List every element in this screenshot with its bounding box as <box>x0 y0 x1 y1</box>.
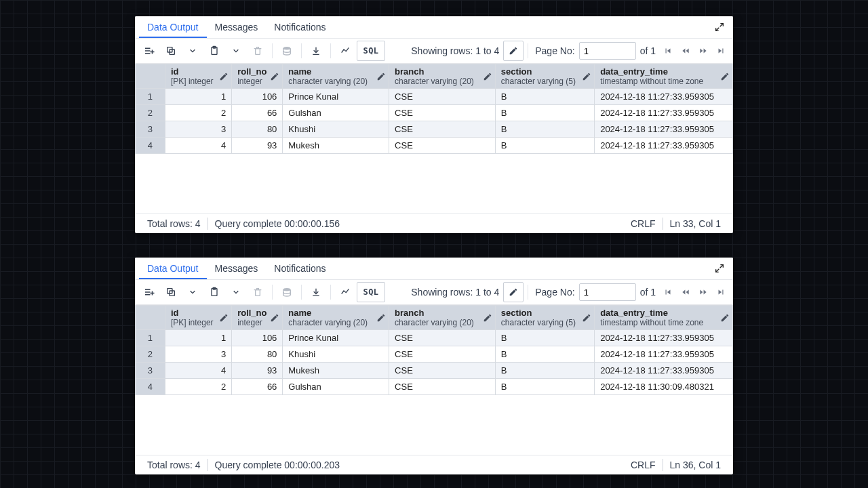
copy-menu-button[interactable] <box>182 41 203 61</box>
first-page-button[interactable] <box>660 282 676 302</box>
next-page-button[interactable] <box>695 41 711 61</box>
cell-id[interactable]: 3 <box>165 121 231 138</box>
cell-section[interactable]: B <box>495 121 594 138</box>
pencil-icon[interactable] <box>720 313 730 323</box>
column-header-id[interactable]: id[PK] integer <box>165 64 231 89</box>
tab-data-output[interactable]: Data Output <box>139 18 207 38</box>
column-header-section[interactable]: sectioncharacter varying (5) <box>495 306 594 330</box>
expand-icon[interactable] <box>710 18 729 37</box>
cell-name[interactable]: Prince Kunal <box>283 330 389 346</box>
pencil-icon[interactable] <box>270 72 279 81</box>
cell-roll_no[interactable]: 80 <box>232 346 283 363</box>
next-page-button[interactable] <box>695 282 711 302</box>
column-header-branch[interactable]: branchcharacter varying (20) <box>389 64 496 89</box>
cell-section[interactable]: B <box>495 105 594 121</box>
pencil-icon[interactable] <box>219 72 229 81</box>
cell-name[interactable]: Mukesh <box>283 138 389 154</box>
cell-branch[interactable]: CSE <box>389 346 496 363</box>
paste-menu-button[interactable] <box>226 41 246 61</box>
page-number-input[interactable] <box>579 42 636 60</box>
column-header-name[interactable]: namecharacter varying (20) <box>283 306 389 330</box>
pencil-icon[interactable] <box>720 72 730 81</box>
cell-data_entry_time[interactable]: 2024-12-18 11:30:09.480321 <box>595 379 733 395</box>
cell-branch[interactable]: CSE <box>389 105 496 121</box>
download-button[interactable] <box>306 41 326 61</box>
cell-id[interactable]: 1 <box>165 330 231 346</box>
delete-row-button[interactable] <box>248 282 268 302</box>
cell-section[interactable]: B <box>495 363 594 379</box>
add-row-button[interactable] <box>139 282 159 302</box>
table-row[interactable]: 3493MukeshCSEB2024-12-18 11:27:33.959305 <box>136 363 733 379</box>
cell-id[interactable]: 3 <box>165 346 231 363</box>
pencil-icon[interactable] <box>582 313 591 323</box>
column-header-roll_no[interactable]: roll_nointeger <box>232 306 283 330</box>
pencil-icon[interactable] <box>270 313 279 323</box>
cell-name[interactable]: Mukesh <box>283 363 389 379</box>
tab-data-output[interactable]: Data Output <box>139 259 207 279</box>
cell-data_entry_time[interactable]: 2024-12-18 11:27:33.959305 <box>595 105 733 121</box>
cell-roll_no[interactable]: 106 <box>232 89 283 105</box>
cell-name[interactable]: Gulshan <box>283 105 389 121</box>
table-row[interactable]: 4493MukeshCSEB2024-12-18 11:27:33.959305 <box>136 138 733 154</box>
cell-roll_no[interactable]: 80 <box>232 121 283 138</box>
tab-notifications[interactable]: Notifications <box>266 18 334 37</box>
cell-section[interactable]: B <box>495 346 594 363</box>
sql-button[interactable]: SQL <box>357 41 385 61</box>
tab-notifications[interactable]: Notifications <box>266 259 334 278</box>
paste-button[interactable] <box>204 41 224 61</box>
cell-branch[interactable]: CSE <box>389 363 496 379</box>
cell-data_entry_time[interactable]: 2024-12-18 11:27:33.959305 <box>595 89 733 105</box>
cell-roll_no[interactable]: 66 <box>232 379 283 395</box>
copy-menu-button[interactable] <box>182 282 203 302</box>
column-header-branch[interactable]: branchcharacter varying (20) <box>389 306 496 330</box>
cell-data_entry_time[interactable]: 2024-12-18 11:27:33.959305 <box>595 363 733 379</box>
cell-name[interactable]: Gulshan <box>283 379 389 395</box>
cell-section[interactable]: B <box>495 89 594 105</box>
cell-roll_no[interactable]: 93 <box>232 363 283 379</box>
table-row[interactable]: 11106Prince KunalCSEB2024-12-18 11:27:33… <box>136 89 733 105</box>
download-button[interactable] <box>306 282 326 302</box>
pencil-icon[interactable] <box>483 313 492 323</box>
column-header-roll_no[interactable]: roll_nointeger <box>232 64 283 89</box>
pencil-icon[interactable] <box>376 72 386 81</box>
cell-roll_no[interactable]: 106 <box>232 330 283 346</box>
edit-range-button[interactable] <box>503 41 524 61</box>
last-page-button[interactable] <box>713 282 729 302</box>
cell-id[interactable]: 4 <box>165 363 231 379</box>
cell-section[interactable]: B <box>495 330 594 346</box>
table-row[interactable]: 2266GulshanCSEB2024-12-18 11:27:33.95930… <box>136 105 733 121</box>
cell-name[interactable]: Prince Kunal <box>283 89 389 105</box>
cell-id[interactable]: 4 <box>165 138 231 154</box>
expand-icon[interactable] <box>710 259 729 278</box>
pencil-icon[interactable] <box>483 72 492 81</box>
prev-page-button[interactable] <box>677 282 694 302</box>
tab-messages[interactable]: Messages <box>207 18 267 37</box>
edit-range-button[interactable] <box>503 282 524 302</box>
table-row[interactable]: 4266GulshanCSEB2024-12-18 11:30:09.48032… <box>136 379 733 395</box>
pencil-icon[interactable] <box>582 72 591 81</box>
first-page-button[interactable] <box>660 41 676 61</box>
cell-branch[interactable]: CSE <box>389 330 496 346</box>
cell-name[interactable]: Khushi <box>283 346 389 363</box>
cell-section[interactable]: B <box>495 379 594 395</box>
cell-section[interactable]: B <box>495 138 594 154</box>
prev-page-button[interactable] <box>677 41 694 61</box>
cell-data_entry_time[interactable]: 2024-12-18 11:27:33.959305 <box>595 330 733 346</box>
cell-name[interactable]: Khushi <box>283 121 389 138</box>
delete-row-button[interactable] <box>248 41 268 61</box>
table-row[interactable]: 3380KhushiCSEB2024-12-18 11:27:33.959305 <box>136 121 733 138</box>
cell-roll_no[interactable]: 93 <box>232 138 283 154</box>
pencil-icon[interactable] <box>219 313 229 323</box>
sql-button[interactable]: SQL <box>357 282 385 302</box>
table-row[interactable]: 11106Prince KunalCSEB2024-12-18 11:27:33… <box>136 330 733 346</box>
copy-button[interactable] <box>161 282 181 302</box>
cell-branch[interactable]: CSE <box>389 379 496 395</box>
cell-roll_no[interactable]: 66 <box>232 105 283 121</box>
cell-id[interactable]: 2 <box>165 379 231 395</box>
cell-branch[interactable]: CSE <box>389 138 496 154</box>
cell-data_entry_time[interactable]: 2024-12-18 11:27:33.959305 <box>595 138 733 154</box>
cell-data_entry_time[interactable]: 2024-12-18 11:27:33.959305 <box>595 346 733 363</box>
paste-menu-button[interactable] <box>226 282 246 302</box>
add-row-button[interactable] <box>139 41 159 61</box>
cell-id[interactable]: 2 <box>165 105 231 121</box>
